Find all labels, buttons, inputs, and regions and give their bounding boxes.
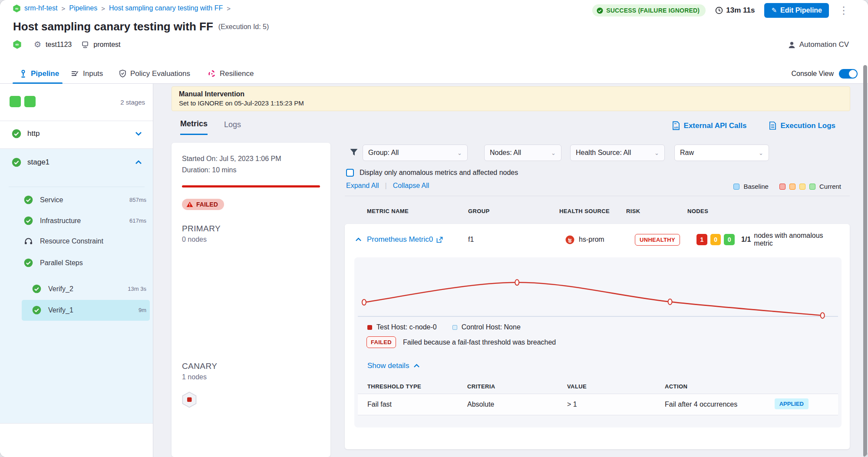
tab-inputs[interactable]: Inputs bbox=[71, 64, 103, 83]
verification-failed-badge: FAILED bbox=[182, 199, 224, 210]
svg-text:∞: ∞ bbox=[16, 42, 19, 47]
col-group: GROUP bbox=[468, 208, 490, 214]
filter-raw-dropdown[interactable]: Raw⌄ bbox=[674, 145, 769, 161]
metric-name-link[interactable]: Prometheus Metric0 bbox=[367, 235, 433, 244]
col-criteria: CRITERIA bbox=[467, 383, 495, 390]
main-content: Manual Intervention Set to IGNORE on 05-… bbox=[153, 84, 868, 457]
harness-service-logo-icon: ∞ bbox=[13, 4, 21, 13]
tab-metrics[interactable]: Metrics bbox=[180, 119, 208, 135]
service-env-row: ∞ ⚙ test1123 promtest bbox=[13, 39, 121, 49]
expand-all-link[interactable]: Expand All bbox=[346, 182, 379, 190]
step-duration: 857ms bbox=[129, 197, 146, 203]
resilience-chaos-icon bbox=[208, 70, 216, 78]
stage-square-icon bbox=[24, 96, 36, 107]
environment-icon bbox=[81, 41, 89, 49]
vertical-scrollbar[interactable] bbox=[863, 65, 867, 457]
chart-point-marker bbox=[515, 279, 519, 285]
app-window: ∞ srm-hf-test > Pipelines > Host samplin… bbox=[0, 0, 868, 457]
value-value: > 1 bbox=[567, 401, 577, 408]
divider bbox=[0, 423, 153, 424]
success-check-icon bbox=[12, 158, 21, 167]
pencil-icon: ✎ bbox=[771, 7, 777, 14]
baseline-legend-swatch bbox=[733, 184, 739, 190]
filter-health-source-dropdown[interactable]: Health Source: All⌄ bbox=[570, 145, 665, 161]
gear-icon: ⚙ bbox=[34, 39, 41, 49]
success-check-icon bbox=[24, 195, 33, 204]
divider bbox=[358, 415, 838, 415]
execution-logs-link[interactable]: Execution Logs bbox=[769, 121, 835, 130]
metric-row: Prometheus Metric0 f1 hs-prom UNHEALTHY … bbox=[355, 233, 839, 247]
banner-subtitle: Set to IGNORE on 05-Jul-2023 1:15:23 PM bbox=[179, 99, 843, 107]
external-link-icon[interactable] bbox=[436, 237, 443, 243]
sidebar-stage-stage1[interactable]: stage1 bbox=[12, 158, 146, 167]
filter-nodes-dropdown[interactable]: Nodes: All⌄ bbox=[484, 145, 561, 161]
api-doc-icon: API bbox=[672, 121, 680, 130]
chevron-down-icon: ⌄ bbox=[457, 150, 462, 156]
page-title: Host sampling canary testing with FF bbox=[13, 20, 213, 33]
node-count-green: 0 bbox=[724, 234, 735, 245]
tab-resilience[interactable]: Resilience bbox=[208, 64, 254, 83]
failure-reason-row: FAILED Failed because a fail-fast thresh… bbox=[366, 336, 556, 348]
breadcrumb-link-pipelines[interactable]: Pipelines bbox=[69, 4, 97, 12]
primary-label: PRIMARY bbox=[182, 224, 320, 233]
progress-bar-failed bbox=[182, 185, 320, 187]
chevron-down-icon: ⌄ bbox=[551, 150, 556, 156]
chart-point-marker bbox=[362, 299, 366, 305]
control-host-label: Control Host: None bbox=[462, 323, 521, 331]
collapse-all-link[interactable]: Collapse All bbox=[393, 182, 429, 190]
tab-pipeline[interactable]: Pipeline bbox=[20, 64, 59, 83]
sidebar-step-infrastructure[interactable]: Infrastructure 617ms bbox=[24, 216, 146, 225]
chevron-down-icon: ⌄ bbox=[654, 150, 659, 156]
chevron-down-icon: ⌄ bbox=[759, 150, 763, 156]
console-view-toggle[interactable] bbox=[839, 69, 858, 79]
step-duration: 13m 3s bbox=[128, 286, 146, 292]
chart-point-marker bbox=[668, 299, 672, 305]
sidebar-stage-http[interactable]: http bbox=[12, 129, 146, 138]
service-name[interactable]: test1123 bbox=[46, 41, 72, 49]
chart-point-marker bbox=[821, 312, 825, 318]
sidebar-step-parallel-steps[interactable]: Parallel Steps bbox=[24, 258, 146, 267]
failure-message: Failed because a fail-fast threshold was… bbox=[403, 339, 556, 346]
main-tabbar: Pipeline Inputs Policy Evaluations Resil… bbox=[0, 64, 868, 84]
filter-funnel-icon[interactable] bbox=[350, 148, 358, 157]
shield-check-icon bbox=[119, 69, 126, 78]
node-count-yellow: 0 bbox=[710, 234, 721, 245]
svg-text:API: API bbox=[674, 126, 678, 129]
collapse-metric-chevron-up-icon[interactable] bbox=[355, 237, 362, 242]
test-host-swatch bbox=[367, 325, 372, 330]
canary-nodes-count: 1 nodes bbox=[182, 373, 320, 381]
chevron-down-icon bbox=[135, 132, 142, 136]
execution-id: (Execution Id: 5) bbox=[218, 23, 269, 31]
breadcrumb-separator: > bbox=[101, 5, 105, 12]
sidebar-step-resource-constraint[interactable]: Resource Constraint bbox=[24, 237, 146, 245]
expand-collapse-links: Expand All | Collapse All bbox=[346, 182, 429, 190]
more-options-menu[interactable]: ⋮ bbox=[838, 5, 849, 16]
breadcrumb-link-pipeline-name[interactable]: Host sampling canary testing with FF bbox=[109, 4, 223, 12]
external-api-calls-link[interactable]: API External API Calls bbox=[672, 121, 747, 130]
tab-policy-evaluations[interactable]: Policy Evaluations bbox=[119, 64, 190, 83]
col-metric-name: METRIC NAME bbox=[367, 208, 409, 214]
prometheus-icon bbox=[565, 235, 574, 244]
filter-group-dropdown[interactable]: Group: All⌄ bbox=[363, 145, 468, 161]
anomalous-only-checkbox[interactable] bbox=[346, 169, 354, 177]
criteria-value: Absolute bbox=[467, 401, 494, 408]
canary-node-hexagon-icon[interactable] bbox=[182, 391, 197, 408]
logs-doc-icon bbox=[769, 121, 776, 130]
canary-label: CANARY bbox=[182, 362, 320, 371]
sidebar-step-verify2[interactable]: Verify_2 13m 3s bbox=[32, 284, 146, 293]
sidebar-step-service[interactable]: Service 857ms bbox=[24, 195, 146, 204]
metric-row-card: Prometheus Metric0 f1 hs-prom UNHEALTHY … bbox=[345, 224, 850, 449]
manual-intervention-banner: Manual Intervention Set to IGNORE on 05-… bbox=[172, 86, 850, 111]
show-details-toggle[interactable]: Show details bbox=[367, 362, 420, 370]
current-legend-label: Current bbox=[819, 183, 841, 190]
environment-name[interactable]: promtest bbox=[93, 41, 120, 49]
metric-detail-panel: Test Host: c-node-0 Control Host: None F… bbox=[354, 257, 842, 427]
tab-logs[interactable]: Logs bbox=[224, 120, 241, 135]
col-nodes: NODES bbox=[687, 208, 708, 214]
col-health-source: HEALTH SOURCE bbox=[559, 208, 610, 214]
triggered-by: Automation CV bbox=[788, 40, 849, 49]
step-duration: 617ms bbox=[129, 217, 146, 224]
edit-pipeline-button[interactable]: ✎ Edit Pipeline bbox=[764, 3, 829, 18]
breadcrumb-link-project[interactable]: srm-hf-test bbox=[24, 4, 57, 12]
sidebar-step-verify1[interactable]: Verify_1 9m bbox=[32, 306, 146, 315]
